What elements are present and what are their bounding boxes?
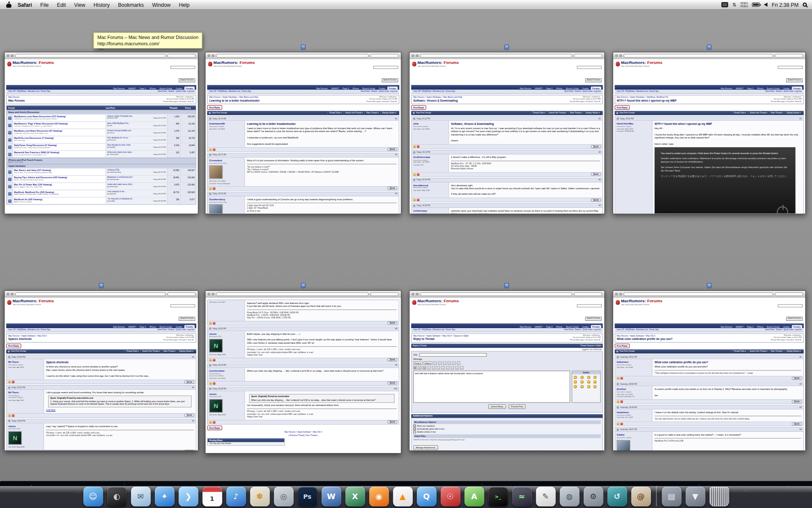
forum-search-button[interactable]: Search Forums (178, 317, 195, 321)
smiley-icon[interactable] (574, 376, 577, 379)
nav-tab-page-2[interactable]: Page 2 (138, 325, 147, 328)
link-members-list[interactable]: Members List (227, 90, 240, 92)
dock-excel-icon[interactable]: X (345, 487, 365, 507)
dock-trash-icon[interactable] (709, 487, 729, 507)
safari-window[interactable]: MacRumors: Forumsmac community discussio… (409, 52, 605, 214)
warn-icon[interactable] (620, 422, 623, 425)
menu-extra-display-icon[interactable] (721, 2, 728, 7)
nav-tab-mac-rumors[interactable]: Mac Rumors (112, 86, 126, 89)
smiley-icon[interactable] (587, 381, 590, 384)
link-search[interactable]: Search (370, 90, 377, 92)
nav-tab-buyer-s-guide[interactable]: Buyer's Guide (565, 86, 580, 89)
post-username[interactable]: heatmiser (617, 411, 650, 414)
link-user-cp[interactable]: User CP (209, 90, 217, 92)
nav-tab-iphone[interactable]: iPhone (755, 86, 765, 89)
post-number[interactable]: #3 (395, 193, 397, 195)
link-faq-rules[interactable]: FAQ/Rules (624, 329, 635, 331)
smiley-icon[interactable] (587, 385, 590, 388)
post-username[interactable]: Mr.Texor (8, 391, 42, 394)
link-log-out[interactable]: Log Out (793, 90, 802, 92)
post-username[interactable]: toxicbomber (209, 369, 243, 373)
safari-window[interactable]: MacRumors: Forumsmac community discussio… (409, 290, 605, 451)
forum-row[interactable]: Buying Tips, Advice and Discussion (105 … (7, 175, 196, 182)
tool-display-modes[interactable]: Display Modes ▾ (785, 351, 802, 353)
link-members-list[interactable]: Members List (431, 329, 444, 331)
post-number[interactable]: #4 (599, 205, 601, 207)
dock-toast-icon[interactable]: ☉ (440, 487, 460, 507)
checkbox-disable-smilies-in-text[interactable] (413, 431, 416, 433)
forum-search-input[interactable] (778, 66, 803, 69)
link-quick-links[interactable]: Quick Links (581, 90, 593, 92)
address-bar[interactable] (15, 292, 166, 296)
warn-icon[interactable] (12, 381, 14, 383)
last-post-by[interactable]: by arjunasingal (107, 179, 119, 181)
format-u-button[interactable]: U (422, 366, 426, 370)
breadcrumb[interactable]: Mac Forums > Apple Hardware > Mac Basics… (413, 96, 462, 103)
breadcrumb[interactable]: Mac ForumsMac Forums (8, 96, 25, 103)
smiley-icon[interactable] (574, 381, 577, 384)
forward-button[interactable] (11, 293, 14, 295)
battery-icon[interactable] (752, 3, 760, 7)
nav-tab-mmwf[interactable]: MMWF? (127, 86, 137, 89)
nav-tab-buyer-s-guide[interactable]: Buyer's Guide (361, 86, 377, 89)
link-quick-links[interactable]: Quick Links (174, 329, 186, 331)
editor-tool-icon[interactable] (452, 362, 456, 365)
forum-row[interactable]: Macworld San Francisco 2008 (12 Viewing)… (7, 151, 196, 158)
post-number[interactable]: #1 (800, 118, 802, 120)
forward-button[interactable] (416, 293, 418, 295)
link-log-out[interactable]: Log Out (593, 329, 601, 331)
post-number[interactable]: #1 (599, 118, 601, 120)
menu-history[interactable]: History (89, 2, 114, 7)
post-number[interactable]: #2 (599, 151, 601, 153)
post-username[interactable]: brainwave99 (209, 122, 243, 125)
warn-icon[interactable] (213, 421, 215, 423)
forum-search-input[interactable] (170, 66, 195, 69)
dock-address-book-icon[interactable]: @ (631, 487, 651, 507)
warn-icon[interactable] (620, 377, 623, 380)
tool-rate-thread[interactable]: Rate Thread ▾ (162, 351, 177, 353)
nav-tab-mac-rumors[interactable]: Mac Rumors (315, 86, 329, 89)
link-user-cp[interactable]: User CP (8, 329, 16, 331)
smiley-icon[interactable] (580, 381, 583, 384)
forum-search-button[interactable]: Search Forums (786, 78, 803, 82)
safari-window[interactable]: Join Date: Jun 2007features? well apple … (205, 290, 401, 454)
nav-tab-forums[interactable]: Forums (591, 86, 601, 89)
quote-button[interactable]: Quote (184, 414, 194, 417)
category-row[interactable]: News and Article Discussion (7, 110, 196, 114)
forum-row[interactable]: MacBytes.com News Discussion (37 Viewing… (7, 129, 196, 136)
nav-tab-mac-rumors[interactable]: Mac Rumors (518, 86, 533, 89)
post-number[interactable]: #2 (395, 154, 397, 156)
forum-row[interactable]: MacBook, MacBook Pro (223 Viewing)apple … (7, 190, 196, 197)
nav-tab-page-2[interactable]: Page 2 (746, 86, 755, 89)
dock-textedit-icon[interactable]: ✎ (536, 487, 556, 507)
forum-search-input[interactable] (373, 66, 398, 69)
menu-help[interactable]: Help (175, 2, 194, 7)
post-username[interactable]: Sdahe (617, 433, 650, 436)
post-username[interactable]: kabunaru (617, 361, 650, 364)
forum-search-input[interactable] (170, 304, 195, 307)
forum-row[interactable]: MacPolls.com Discussion (7 Viewing)poll … (7, 136, 196, 143)
forum-row[interactable]: MacRumors' Page 2 News Discussion (42 Vi… (7, 121, 196, 129)
back-button[interactable] (7, 293, 9, 295)
tool-thread-tools[interactable]: Thread Tools ▾ (327, 112, 343, 114)
forum-jump-links[interactable]: Mac Forums > Apple Software > Mac OS X (207, 431, 399, 433)
forum-search-button[interactable]: Search Forums (786, 317, 803, 321)
safari-window[interactable]: MacRumors: Forumsmac community discussio… (613, 290, 806, 451)
post-username[interactable]: knockknock (413, 183, 447, 187)
dock-ical-icon[interactable]: 1 (202, 487, 222, 507)
dock-iphoto-icon[interactable]: ✽ (250, 487, 270, 507)
dock-adium-icon[interactable]: A (464, 487, 484, 507)
report-post-icon[interactable] (209, 148, 212, 151)
dock-preview-icon[interactable]: ◎ (274, 487, 294, 507)
editor-tool-icon[interactable] (447, 362, 451, 365)
view-first-unread-link[interactable]: View First Unread (11, 351, 26, 353)
warn-icon[interactable] (417, 173, 420, 175)
forward-button[interactable] (212, 293, 214, 295)
editor-tool-icon[interactable] (438, 362, 442, 365)
editor-tool-icon[interactable] (441, 366, 445, 370)
quote-button[interactable]: Quote (591, 173, 601, 176)
forum-search-input[interactable] (577, 304, 602, 307)
report-post-icon[interactable] (8, 414, 11, 417)
nav-tab-mmwf[interactable]: MMWF? (330, 86, 340, 89)
dock-finder-icon[interactable]: ☺ (83, 487, 103, 507)
